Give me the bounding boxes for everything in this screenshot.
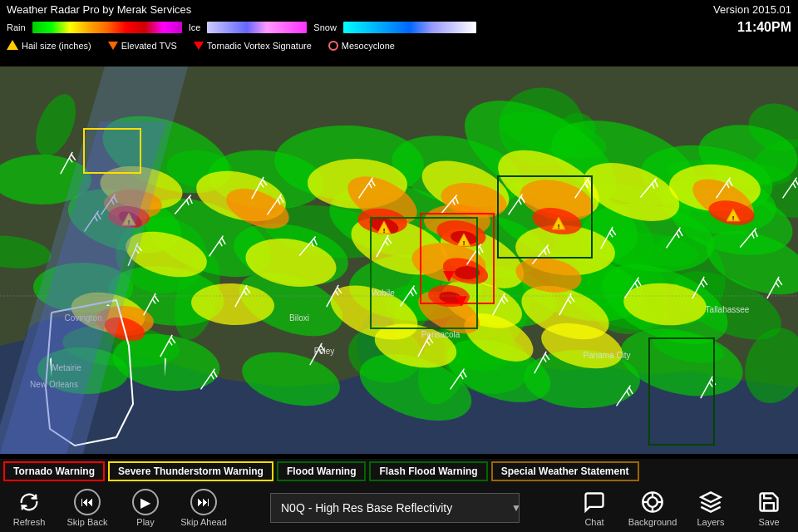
ice-color-bar	[207, 22, 307, 33]
severe-tstorm-warning-tab[interactable]: Severe Thunderstorm Warning	[108, 461, 273, 481]
hail-triangle	[7, 40, 18, 50]
play-icon: ▶	[132, 489, 159, 515]
tvs-label: Tornadic Vortex Signature	[207, 41, 312, 51]
refresh-label: Refresh	[13, 517, 46, 527]
flash-flood-warning-tab[interactable]: Flash Flood Warning	[369, 461, 487, 481]
background-icon	[639, 489, 666, 515]
product-selector[interactable]: N0Q - High Res Base Reflectivity N0U - B…	[233, 493, 565, 523]
skip-ahead-icon: ⏭	[190, 489, 217, 515]
hail-legend: Hail size (inches)	[7, 40, 91, 52]
skip-back-icon: ⏮	[74, 489, 101, 515]
layers-icon	[697, 489, 724, 515]
rain-label: Rain	[7, 22, 26, 32]
bottom-toolbar: Refresh ⏮ Skip Back ▶ Play ⏭ Skip Ahead …	[0, 484, 798, 532]
ice-label: Ice	[189, 22, 201, 32]
elevated-tvs-legend: Elevated TVS	[108, 41, 177, 51]
elevated-tvs-icon	[108, 42, 118, 50]
skip-ahead-button[interactable]: ⏭ Skip Ahead	[175, 484, 233, 532]
layers-button[interactable]: Layers	[682, 484, 740, 532]
skip-back-label: Skip Back	[67, 517, 108, 527]
top-bar: Weather Radar Pro by Merak Services Vers…	[0, 0, 798, 66]
play-button[interactable]: ▶ Play	[116, 484, 175, 532]
svg-point-1	[648, 497, 658, 507]
skip-ahead-label: Skip Ahead	[180, 517, 227, 527]
legend-row: Hail size (inches) Elevated TVS Tornadic…	[0, 37, 798, 55]
warning-tabs-bar: Tornado Warning Severe Thunderstorm Warn…	[0, 459, 798, 484]
tvs-legend: Tornadic Vortex Signature	[194, 41, 312, 51]
chat-label: Chat	[584, 517, 603, 527]
chat-icon	[581, 489, 608, 515]
snow-color-bar	[343, 22, 476, 33]
flood-warning-tab[interactable]: Flood Warning	[277, 461, 367, 481]
save-label: Save	[758, 517, 779, 527]
play-label: Play	[136, 517, 154, 527]
tvs-icon	[194, 42, 204, 50]
map-area[interactable]	[0, 55, 798, 454]
title-row: Weather Radar Pro by Merak Services Vers…	[0, 0, 798, 18]
app-title: Weather Radar Pro by Merak Services	[7, 3, 191, 16]
refresh-icon	[16, 489, 42, 515]
meso-legend: Mesocyclone	[328, 41, 395, 51]
meso-icon	[328, 41, 338, 51]
color-scales: Rain Ice Snow 11:40PM	[0, 18, 798, 37]
radar-canvas	[0, 55, 798, 454]
version-label: Version 2015.01	[713, 3, 791, 16]
rain-color-bar	[32, 22, 182, 33]
refresh-button[interactable]: Refresh	[0, 484, 58, 532]
chat-button[interactable]: Chat	[565, 484, 623, 532]
tornado-warning-tab[interactable]: Tornado Warning	[3, 461, 105, 481]
meso-label: Mesocyclone	[342, 41, 395, 51]
svg-marker-6	[701, 492, 720, 502]
right-tools: Chat Background	[565, 484, 798, 532]
elevated-tvs-label: Elevated TVS	[121, 41, 177, 51]
save-button[interactable]: Save	[740, 484, 798, 532]
clock: 11:40PM	[737, 20, 791, 35]
snow-label: Snow	[313, 22, 337, 32]
hail-label: Hail size (inches)	[22, 41, 91, 51]
save-icon	[756, 489, 782, 515]
skip-back-button[interactable]: ⏮ Skip Back	[58, 484, 116, 532]
hail-icon	[7, 40, 18, 52]
product-dropdown[interactable]: N0Q - High Res Base Reflectivity N0U - B…	[270, 493, 520, 523]
background-button[interactable]: Background	[623, 484, 682, 532]
background-label: Background	[628, 517, 677, 527]
layers-label: Layers	[697, 517, 724, 527]
special-weather-statement-tab[interactable]: Special Weather Statement	[491, 461, 639, 481]
dropdown-wrapper: N0Q - High Res Base Reflectivity N0U - B…	[270, 493, 528, 523]
